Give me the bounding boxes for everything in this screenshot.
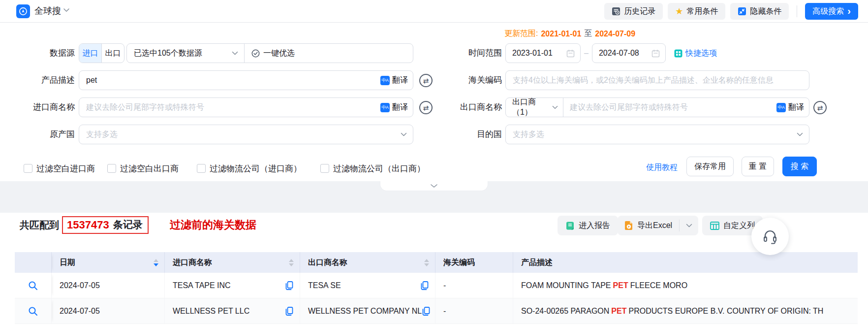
exporter-name-input[interactable] bbox=[570, 103, 773, 112]
copy-icon[interactable] bbox=[285, 306, 294, 316]
excel-file-icon bbox=[624, 221, 633, 230]
translate-button[interactable]: 中A 翻译 bbox=[776, 102, 804, 113]
filter-blank-importer-checkbox[interactable]: 过滤空白进口商 bbox=[24, 163, 95, 174]
topbar-actions: 历史记录 ★ 常用条件 隐藏条件 高级搜索 › bbox=[604, 3, 858, 20]
sort-icon[interactable] bbox=[154, 259, 158, 266]
copy-icon[interactable] bbox=[420, 281, 429, 291]
history-button[interactable]: 历史记录 bbox=[604, 3, 663, 20]
header-product-desc: 产品描述 bbox=[513, 252, 858, 273]
hs-code-cell: - bbox=[435, 298, 513, 324]
translate-swap-icon[interactable]: ⇄ bbox=[419, 74, 433, 87]
exporter-cell: TESA SE bbox=[300, 273, 435, 298]
row-detail-cell bbox=[15, 298, 52, 324]
advanced-search-button[interactable]: 高级搜索 › bbox=[805, 3, 858, 20]
update-range-from: 2021-01-01 bbox=[541, 30, 581, 38]
update-range-label: 更新范围: bbox=[504, 29, 538, 39]
filter-blank-exporter-checkbox[interactable]: 过滤空白出口商 bbox=[107, 163, 179, 174]
header-date[interactable]: 日期 bbox=[52, 252, 165, 273]
translate-swap-icon[interactable]: ⇄ bbox=[813, 101, 827, 114]
exporter-name-field: 中A 翻译 bbox=[563, 98, 809, 117]
exporter-cell: WELLNESS PET COMPANY NL bbox=[300, 298, 435, 324]
calendar-icon bbox=[651, 49, 660, 58]
support-headset-button[interactable] bbox=[751, 218, 789, 255]
star-icon: ★ bbox=[675, 7, 683, 16]
copy-icon[interactable] bbox=[422, 306, 431, 316]
collapse-form-tab[interactable] bbox=[380, 181, 488, 191]
match-count: 1537473 bbox=[67, 219, 109, 231]
header-exporter[interactable]: 出口商名称 bbox=[300, 252, 435, 273]
importer-name-label: 进口商名称 bbox=[10, 98, 75, 117]
magnifier-icon[interactable] bbox=[28, 306, 38, 317]
enter-report-label: 进入报告 bbox=[579, 221, 610, 231]
checkbox-icon bbox=[320, 164, 329, 173]
keyword-highlight: PET bbox=[611, 307, 626, 316]
product-desc-cell: FOAM MOUNTING TAPE PET FLEECE MORO bbox=[513, 273, 858, 298]
export-toggle[interactable]: 出口 bbox=[102, 44, 124, 63]
importer-name-input[interactable] bbox=[86, 103, 376, 112]
product-desc-input[interactable] bbox=[86, 76, 376, 85]
grid-icon bbox=[674, 49, 682, 58]
data-source-group: 已选中105个数据源 一键优选 bbox=[126, 43, 413, 63]
red-annotation-text: 过滤前的海关数据 bbox=[170, 218, 256, 232]
translate-button[interactable]: 中A 翻译 bbox=[380, 102, 408, 113]
product-desc-label: 产品描述 bbox=[10, 70, 75, 90]
table-row[interactable]: 2024-07-05 TESA TAPE INC TESA SE - FOAM … bbox=[15, 273, 858, 298]
history-icon bbox=[612, 7, 620, 16]
one-click-optimize-button[interactable]: 一键优选 bbox=[245, 48, 295, 59]
export-excel-label: 导出Excel bbox=[637, 221, 672, 231]
chevron-down-icon bbox=[686, 224, 692, 228]
export-excel-button[interactable]: 导出Excel bbox=[618, 216, 679, 235]
hs-code-input[interactable] bbox=[513, 76, 804, 85]
filter-logistics-exporter-checkbox[interactable]: 过滤物流公司（出口商） bbox=[320, 163, 425, 174]
report-icon bbox=[565, 221, 575, 230]
hide-conditions-button[interactable]: 隐藏条件 bbox=[730, 3, 789, 20]
dest-country-select[interactable]: 支持多选 bbox=[505, 125, 809, 144]
import-toggle[interactable]: 进口 bbox=[79, 44, 101, 63]
favorites-label: 常用条件 bbox=[686, 6, 718, 17]
export-options-caret[interactable] bbox=[680, 216, 698, 235]
chevron-down-icon bbox=[552, 105, 558, 109]
save-common-button[interactable]: 保存常用 bbox=[686, 157, 734, 176]
translate-swap-icon[interactable]: ⇄ bbox=[419, 101, 433, 114]
translate-icon: 中A bbox=[776, 103, 786, 112]
check-circle-icon bbox=[251, 49, 260, 58]
importer-cell: TESA TAPE INC bbox=[165, 273, 300, 298]
search-button[interactable]: 搜 索 bbox=[782, 157, 817, 176]
filter-logistics-importer-checkbox[interactable]: 过滤物流公司（进口商） bbox=[197, 163, 302, 174]
translate-button[interactable]: 中A 翻译 bbox=[380, 75, 408, 86]
origin-country-select[interactable]: 支持多选 bbox=[79, 125, 413, 144]
importer-cell: WELLNESS PET LLC bbox=[165, 298, 300, 324]
favorites-button[interactable]: ★ 常用条件 bbox=[668, 3, 725, 20]
keyword-highlight: PET bbox=[613, 281, 628, 290]
checkbox-icon bbox=[24, 164, 32, 173]
header-importer[interactable]: 进口商名称 bbox=[165, 252, 300, 273]
table-header-row: 日期 进口商名称 出口商名称 海关编码 产品描述 bbox=[15, 252, 858, 273]
checkbox-icon bbox=[197, 164, 206, 173]
enter-report-button[interactable]: 进入报告 bbox=[558, 216, 618, 235]
checkbox-icon bbox=[107, 164, 116, 173]
table-row[interactable]: 2024-07-05 WELLNESS PET LLC WELLNESS PET… bbox=[15, 298, 858, 324]
copy-icon[interactable] bbox=[285, 281, 294, 291]
sort-icon[interactable] bbox=[424, 259, 429, 266]
sort-icon[interactable] bbox=[289, 259, 294, 266]
tutorial-link[interactable]: 使用教程 bbox=[646, 162, 678, 173]
chevron-down-icon[interactable] bbox=[63, 8, 70, 12]
date-cell: 2024-07-05 bbox=[52, 273, 165, 298]
data-source-select[interactable]: 已选中105个数据源 bbox=[127, 44, 244, 63]
app-logo-icon[interactable] bbox=[16, 4, 30, 18]
date-from-input[interactable]: 2023-01-01 bbox=[505, 43, 581, 63]
hs-code-label: 海关编码 bbox=[438, 70, 502, 90]
time-range-control: 2023-01-01 – 2024-07-08 快捷选项 bbox=[505, 43, 717, 63]
match-count-highlight-box: 1537473 条记录 bbox=[62, 216, 149, 234]
custom-columns-label: 自定义列 bbox=[723, 221, 755, 231]
reset-button[interactable]: 重 置 bbox=[742, 157, 774, 176]
date-to-input[interactable]: 2024-07-08 bbox=[592, 43, 666, 63]
exporter-type-select[interactable]: 出口商（1） bbox=[506, 98, 563, 117]
header-actions bbox=[15, 252, 52, 273]
time-range-label: 时间范围 bbox=[438, 43, 502, 63]
chevron-down-icon bbox=[401, 132, 407, 136]
magnifier-icon[interactable] bbox=[28, 280, 38, 291]
quick-options-button[interactable]: 快捷选项 bbox=[674, 48, 717, 59]
translate-icon: 中A bbox=[380, 103, 390, 112]
page-title: 全球搜 bbox=[34, 0, 61, 22]
